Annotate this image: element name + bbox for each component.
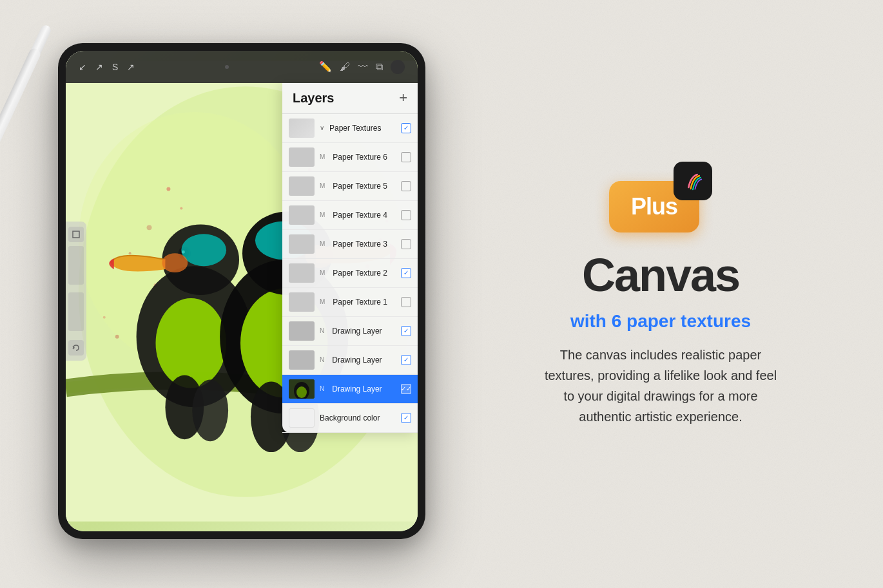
pencil-tool-icon[interactable]: ✏️: [319, 61, 332, 73]
toolbar-undo-item[interactable]: [68, 340, 84, 356]
app-icon: [674, 162, 712, 200]
layer-row-background[interactable]: Background color: [282, 404, 418, 433]
layer-name-t5: Paper Texture 5: [333, 182, 396, 191]
layer-row-texture5[interactable]: M Paper Texture 5: [282, 172, 418, 201]
toolbar-opacity-slider[interactable]: [68, 292, 84, 331]
layer-row-texture1[interactable]: M Paper Texture 1: [282, 288, 418, 317]
svg-point-5: [147, 225, 152, 230]
layer-checkbox-d2[interactable]: [401, 355, 411, 365]
layer-name-d2: Drawing Layer: [332, 356, 396, 365]
layer-row-texture3[interactable]: M Paper Texture 3: [282, 230, 418, 259]
layer-checkbox-t3[interactable]: [401, 239, 411, 249]
layer-name-bg: Background color: [320, 413, 396, 422]
layer-row-drawing1[interactable]: N Drawing Layer: [282, 317, 418, 346]
layer-badge-d2: N: [320, 356, 324, 363]
layer-thumb-t1: [289, 292, 315, 312]
toolbar-square-item[interactable]: [68, 227, 84, 242]
svg-point-35: [115, 334, 119, 338]
layer-thumb-t2: [289, 263, 315, 283]
layer-badge-t5: M: [320, 182, 325, 189]
layer-badge-t3: M: [320, 240, 325, 247]
layer-thumb-t4: [289, 205, 315, 225]
brush-tool-icon[interactable]: 🖌: [340, 61, 350, 73]
right-section: Plus Canvas with 6 paper textures The ca…: [438, 162, 844, 427]
subtitle: with 6 paper textures: [570, 311, 751, 332]
layer-name-t4: Paper Texture 4: [333, 211, 396, 220]
color-picker[interactable]: [391, 60, 405, 74]
layer-badge-d1: N: [320, 327, 324, 334]
layer-checkbox-t4[interactable]: [401, 210, 411, 220]
svg-point-18: [181, 234, 226, 266]
topbar-tools-left: ↙ ↗ S ↗: [79, 62, 135, 72]
layer-name-t6: Paper Texture 6: [333, 153, 396, 162]
topbar-center: [225, 65, 229, 69]
layer-name-active: Drawing Layer: [332, 384, 396, 394]
layer-row-texture2[interactable]: M Paper Texture 2: [282, 259, 418, 288]
layer-checkbox-t6[interactable]: [401, 152, 411, 162]
layer-row-texture6[interactable]: M Paper Texture 6: [282, 143, 418, 172]
layer-thumb-active: [289, 379, 315, 399]
layer-badge-t1: M: [320, 298, 325, 305]
svg-point-21: [192, 379, 228, 441]
layer-name-d1: Drawing Layer: [332, 327, 396, 336]
icon-plus-group: Plus: [609, 162, 712, 232]
layers-tool-icon[interactable]: ⧉: [376, 61, 383, 73]
layer-thumb-t3: [289, 234, 315, 254]
smudge-tool-icon[interactable]: 〰: [358, 61, 368, 73]
selection-icon[interactable]: ↗: [127, 62, 135, 72]
svg-point-13: [155, 298, 226, 387]
svg-point-39: [296, 386, 307, 398]
undo-icon[interactable]: ↙: [79, 62, 86, 72]
layer-name-group: Paper Textures: [329, 124, 396, 133]
toolbar-slider[interactable]: [68, 246, 84, 285]
topbar-tools-right: ✏️ 🖌 〰 ⧉: [319, 60, 405, 74]
transform-icon[interactable]: S: [112, 62, 118, 72]
layer-thumb-t5: [289, 176, 315, 196]
layer-checkbox-bg[interactable]: [401, 413, 411, 423]
layer-name-t2: Paper Texture 2: [333, 269, 396, 278]
ipad-section: ↙ ↗ S ↗ ✏️ 🖌 〰 ⧉: [39, 30, 438, 558]
left-toolbar: [66, 222, 86, 361]
layer-checkbox-t2[interactable]: [401, 268, 411, 278]
layer-thumb-bg: [289, 408, 315, 428]
ipad-frame: ↙ ↗ S ↗ ✏️ 🖌 〰 ⧉: [58, 43, 425, 539]
layer-badge-t4: M: [320, 211, 325, 218]
layer-checkbox-d1[interactable]: [401, 326, 411, 336]
layer-checkbox-t1[interactable]: [401, 297, 411, 307]
layer-checkbox-active[interactable]: ✓: [401, 384, 411, 394]
layers-add-button[interactable]: +: [399, 91, 407, 105]
layer-row-texture4[interactable]: M Paper Texture 4: [282, 201, 418, 230]
description: The canvas includes realistic paper text…: [538, 345, 783, 427]
apple-pencil: [0, 21, 57, 193]
layer-checkbox-group[interactable]: [401, 123, 411, 133]
layer-checkbox-t5[interactable]: [401, 181, 411, 191]
layer-thumb-d2: [289, 350, 315, 370]
svg-point-19: [162, 253, 188, 272]
redo-icon[interactable]: ↗: [95, 62, 103, 72]
layer-row-drawing-active[interactable]: N Drawing Layer ✓: [282, 375, 418, 404]
plus-label: Plus: [631, 193, 677, 220]
procreate-icon-svg: [680, 168, 706, 194]
layer-badge-active: N: [320, 385, 324, 392]
layer-group-indicator: ∨: [320, 124, 324, 131]
layers-title: Layers: [293, 91, 335, 106]
layer-row-paper-textures-group[interactable]: ∨ Paper Textures: [282, 114, 418, 143]
svg-rect-36: [73, 231, 79, 238]
layer-row-drawing2[interactable]: N Drawing Layer: [282, 346, 418, 375]
svg-point-4: [180, 207, 182, 209]
layer-badge-t2: M: [320, 269, 325, 276]
layer-badge-t6: M: [320, 153, 325, 160]
svg-point-3: [166, 187, 170, 191]
layer-name-t3: Paper Texture 3: [333, 240, 396, 249]
camera-dot: [225, 65, 229, 69]
layer-thumb-t6: [289, 147, 315, 167]
layer-thumb-d1: [289, 321, 315, 341]
canvas-title: Canvas: [582, 252, 739, 298]
layer-name-t1: Paper Texture 1: [333, 298, 396, 307]
ipad-topbar: ↙ ↗ S ↗ ✏️ 🖌 〰 ⧉: [66, 51, 418, 83]
svg-point-11: [129, 252, 131, 254]
ipad-screen: ↙ ↗ S ↗ ✏️ 🖌 〰 ⧉: [66, 51, 418, 531]
layers-header: Layers +: [282, 83, 418, 114]
svg-point-34: [103, 316, 106, 318]
layers-panel: Layers + ∨ Paper Textures M Paper Tex: [282, 83, 418, 433]
